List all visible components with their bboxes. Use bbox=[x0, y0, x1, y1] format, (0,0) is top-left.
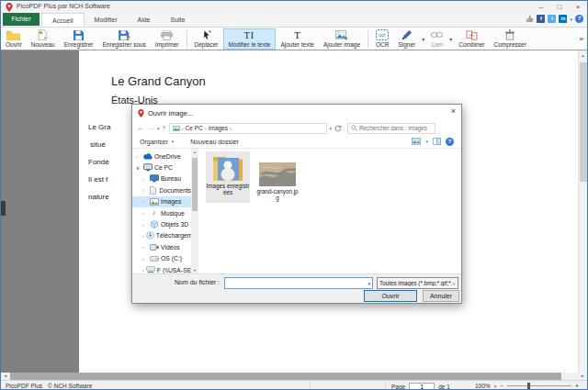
tree-item-videos[interactable]: › Vidéos bbox=[132, 241, 191, 252]
view-chevron-icon[interactable]: ▾ bbox=[425, 139, 428, 144]
tree-item-telechargements[interactable]: › Téléchargements bbox=[132, 230, 191, 241]
print-button[interactable]: Imprimer bbox=[151, 28, 184, 50]
save-as-button[interactable]: Enregistrer sous bbox=[98, 28, 151, 50]
move-cursor-icon bbox=[202, 29, 211, 40]
chevron-right-icon[interactable]: › bbox=[142, 199, 147, 205]
chevron-right-icon[interactable]: › bbox=[142, 187, 147, 193]
chevron-right-icon[interactable]: › bbox=[142, 244, 147, 250]
chevron-right-icon[interactable]: › bbox=[142, 256, 147, 262]
tree-item-images[interactable]: › Images bbox=[132, 196, 191, 207]
save-button[interactable]: Enregistrer bbox=[60, 28, 98, 50]
add-image-button[interactable]: Ajouter image bbox=[319, 28, 365, 50]
toolbar-label: Lien bbox=[432, 41, 443, 48]
tree-scrollbar-thumb[interactable] bbox=[192, 158, 198, 211]
tab-accueil[interactable]: Accueil bbox=[41, 13, 85, 27]
sign-dropdown-chevron-icon[interactable]: ▾ bbox=[420, 36, 426, 42]
tree-item-bureau[interactable]: › Bureau bbox=[132, 173, 191, 184]
tree-item-ce-pc[interactable]: ∨ Ce PC bbox=[132, 162, 191, 173]
chevron-right-icon[interactable]: › bbox=[142, 267, 144, 273]
combine-button[interactable]: Combiner bbox=[454, 28, 489, 50]
chevron-right-icon[interactable]: › bbox=[136, 153, 141, 159]
open-button[interactable]: Ouvrir bbox=[1, 28, 27, 50]
filename-input[interactable] bbox=[226, 279, 364, 287]
new-folder-button[interactable]: Nouveau dossier bbox=[190, 139, 239, 145]
address-bar[interactable]: › Ce PC › Images › bbox=[169, 123, 327, 134]
scroll-up-icon[interactable]: ▲ bbox=[579, 50, 587, 61]
filetype-select[interactable]: Toutes images (*.bmp;*.gif;*.jp ∨ bbox=[377, 277, 458, 289]
history-chevron-icon[interactable]: ▾ bbox=[157, 126, 160, 131]
scroll-right-icon[interactable]: ► bbox=[578, 373, 587, 380]
tree-item-os-c[interactable]: › OS (C:) bbox=[132, 253, 191, 264]
sign-button[interactable]: Signer bbox=[393, 28, 420, 50]
help-icon[interactable]: ? bbox=[575, 15, 583, 23]
zoom-level[interactable]: 100% bbox=[475, 383, 491, 389]
breadcrumb-this-pc[interactable]: Ce PC bbox=[186, 125, 203, 131]
link-button[interactable]: Lien bbox=[426, 28, 447, 50]
zoom-dropdown-chevron-icon[interactable]: ▾ bbox=[494, 384, 497, 389]
zoom-out-button[interactable]: − bbox=[500, 383, 503, 389]
file-tile-grand-canyon[interactable]: grand-canyon.jpg bbox=[255, 151, 300, 201]
cancel-button[interactable]: Annuler bbox=[423, 290, 459, 302]
share-more-chevron-icon[interactable]: ▾ bbox=[570, 17, 572, 22]
toolbar-overflow-chevron[interactable]: » bbox=[580, 35, 587, 43]
tab-modifier[interactable]: Modifier bbox=[85, 13, 128, 27]
close-button[interactable]: × bbox=[569, 1, 587, 13]
compress-button[interactable]: Compresser bbox=[489, 28, 530, 50]
twitter-icon[interactable]: t bbox=[548, 15, 556, 23]
forward-icon[interactable]: → bbox=[147, 124, 154, 133]
facebook-icon[interactable]: f bbox=[537, 15, 545, 23]
horizontal-scrollbar-thumb[interactable] bbox=[10, 373, 561, 380]
sidebar-toggle-handle[interactable] bbox=[1, 201, 6, 216]
tree-item-objets-3d[interactable]: › Objets 3D bbox=[132, 218, 191, 229]
vertical-scrollbar[interactable]: ▲ bbox=[578, 50, 587, 373]
tree-scrollbar[interactable]: ▲ ▼ bbox=[191, 149, 198, 275]
dialog-help-icon[interactable]: ? bbox=[446, 138, 454, 146]
tab-aide[interactable]: Aide bbox=[127, 13, 160, 27]
chevron-right-icon[interactable]: › bbox=[142, 222, 147, 228]
like-icon[interactable] bbox=[526, 15, 534, 23]
breadcrumb-images[interactable]: Images bbox=[209, 125, 228, 131]
refresh-icon[interactable] bbox=[334, 125, 342, 132]
back-icon[interactable]: ← bbox=[137, 124, 144, 133]
move-button[interactable]: Déplacer bbox=[190, 28, 223, 50]
zoom-in-button[interactable]: + bbox=[575, 383, 579, 389]
open-confirm-button[interactable]: Ouvrir bbox=[364, 290, 417, 302]
chevron-expanded-icon[interactable]: ∨ bbox=[136, 165, 141, 171]
address-dropdown-chevron-icon[interactable]: ▾ bbox=[330, 126, 333, 131]
chevron-right-icon[interactable]: › bbox=[142, 210, 147, 216]
horizontal-scrollbar[interactable]: ◄ ► bbox=[1, 373, 587, 380]
chevron-right-icon[interactable]: › bbox=[142, 176, 147, 182]
new-button[interactable]: Nouveau bbox=[27, 28, 60, 50]
add-text-button[interactable]: T Ajouter texte bbox=[276, 28, 319, 50]
tree-item-onedrive[interactable]: › OneDrive bbox=[132, 150, 191, 162]
filename-dropdown-chevron-icon[interactable]: ▾ bbox=[368, 281, 370, 286]
file-menu-button[interactable]: Fichier bbox=[3, 13, 40, 26]
zoom-slider-thumb[interactable] bbox=[527, 383, 530, 390]
up-icon[interactable]: ↑ bbox=[163, 124, 166, 133]
linkedin-icon[interactable]: in bbox=[559, 15, 567, 23]
link-dropdown-chevron-icon[interactable]: ▾ bbox=[447, 36, 454, 42]
zoom-slider[interactable] bbox=[507, 385, 571, 386]
file-tile-saved-pictures[interactable]: Images enregistrées bbox=[206, 151, 250, 203]
thumbnail-view-icon[interactable] bbox=[412, 138, 421, 145]
ocr-button[interactable]: ocr OCR bbox=[371, 28, 393, 50]
page-number-input[interactable] bbox=[409, 383, 435, 390]
vertical-scrollbar-thumb[interactable] bbox=[580, 62, 587, 182]
organize-chevron-icon[interactable]: ▾ bbox=[172, 139, 175, 144]
tree-item-documents[interactable]: › Documents bbox=[132, 184, 191, 195]
chevron-right-icon[interactable]: › bbox=[142, 233, 144, 239]
dialog-title-bar[interactable]: Ouvrir image... × bbox=[132, 105, 461, 121]
organize-menu[interactable]: Organiser bbox=[140, 139, 168, 145]
search-box[interactable]: Rechercher dans : Images bbox=[347, 123, 435, 134]
dialog-close-icon[interactable]: × bbox=[451, 106, 456, 116]
tab-suite[interactable]: Suite bbox=[161, 13, 196, 27]
tree-item-label: OS (C:) bbox=[161, 255, 182, 262]
preview-pane-icon[interactable] bbox=[433, 138, 441, 145]
edit-text-button[interactable]: TI Modifier le texte bbox=[223, 28, 277, 50]
scroll-up-icon[interactable]: ▲ bbox=[191, 149, 198, 157]
tree-item-musique[interactable]: › ♪ Musique bbox=[132, 207, 191, 218]
maximize-button[interactable]: □ bbox=[550, 1, 569, 13]
scroll-left-icon[interactable]: ◄ bbox=[1, 373, 10, 380]
save-icon bbox=[74, 29, 84, 40]
minimize-button[interactable]: – bbox=[532, 1, 550, 13]
